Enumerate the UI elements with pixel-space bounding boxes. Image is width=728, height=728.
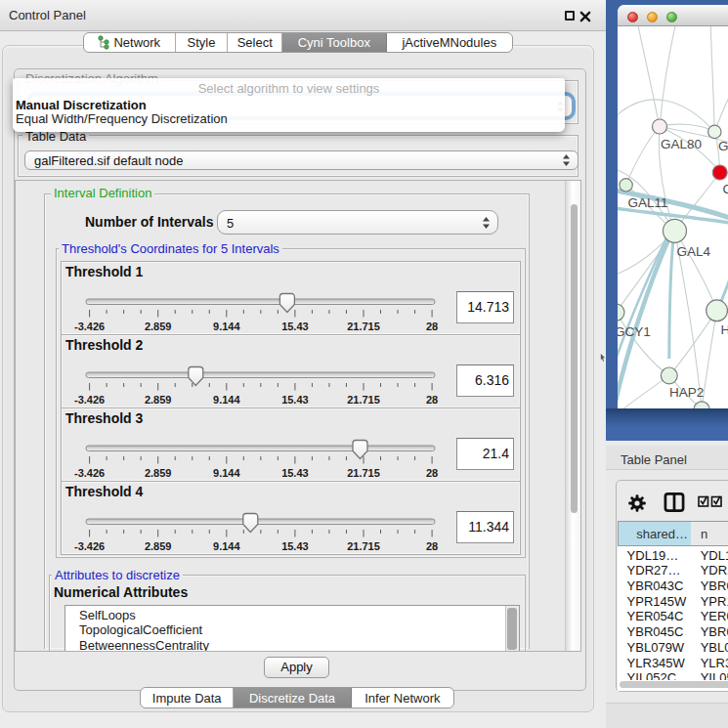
svg-text:GAL4: GAL4 [677, 244, 711, 259]
svg-text:28: 28 [426, 321, 438, 332]
svg-text:2.859: 2.859 [145, 540, 172, 552]
svg-text:21.715: 21.715 [347, 321, 380, 332]
svg-text:C: C [723, 182, 728, 196]
svg-text:GA: GA [718, 139, 728, 153]
svg-text:-3.426: -3.426 [74, 540, 105, 552]
svg-text:28: 28 [426, 467, 438, 479]
svg-text:9.144: 9.144 [213, 394, 240, 406]
svg-text:15.43: 15.43 [281, 540, 309, 552]
svg-text:2.859: 2.859 [145, 394, 172, 406]
svg-text:H: H [721, 322, 728, 337]
svg-text:-3.426: -3.426 [74, 321, 105, 332]
svg-text:15.43: 15.43 [281, 321, 309, 332]
svg-text:GAL11: GAL11 [628, 195, 668, 210]
svg-text:9.144: 9.144 [213, 540, 240, 552]
svg-text:28: 28 [426, 394, 438, 406]
svg-text:15.43: 15.43 [281, 394, 309, 406]
svg-text:21.715: 21.715 [347, 394, 380, 406]
svg-text:9.144: 9.144 [213, 467, 240, 479]
svg-text:HAP2: HAP2 [669, 385, 704, 400]
svg-text:28: 28 [426, 540, 438, 552]
svg-text:GAL80: GAL80 [661, 137, 702, 151]
svg-text:2.859: 2.859 [145, 467, 172, 479]
svg-text:2.859: 2.859 [145, 321, 172, 332]
svg-text:GCY1: GCY1 [618, 324, 651, 339]
svg-text:21.715: 21.715 [347, 467, 380, 479]
svg-text:9.144: 9.144 [213, 321, 240, 332]
svg-text:-3.426: -3.426 [74, 394, 105, 406]
svg-text:-3.426: -3.426 [74, 467, 105, 479]
svg-text:15.43: 15.43 [281, 467, 309, 479]
svg-text:21.715: 21.715 [347, 540, 380, 552]
